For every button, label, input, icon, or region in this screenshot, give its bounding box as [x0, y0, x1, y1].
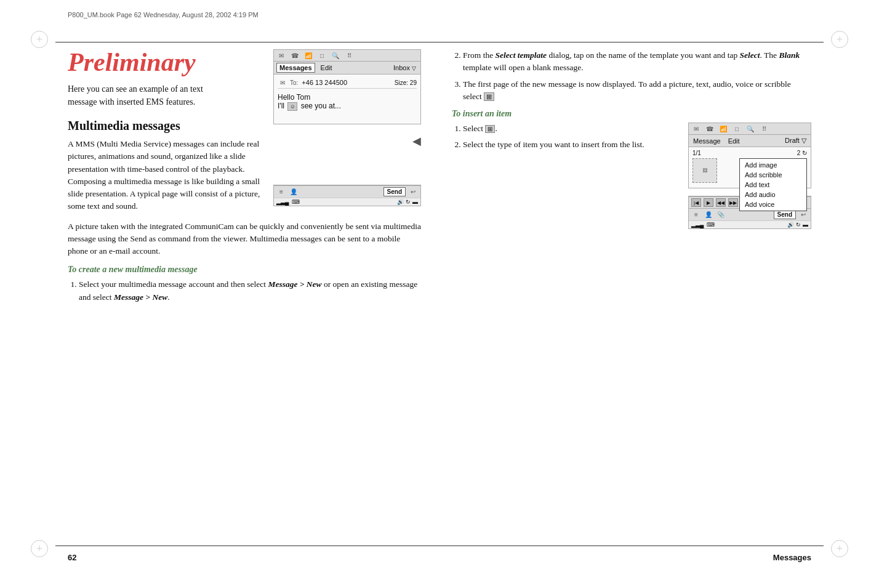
phone-icon: ☎	[290, 51, 300, 60]
undo-icon: ↩	[408, 188, 418, 196]
nav-next-icon[interactable]: ▶▶	[728, 198, 738, 207]
mms-bottom-phone: ≡ 👤 Send ↩ ▂▃▄ ⌨ 🔊 ↻ ▬	[273, 185, 421, 206]
battery-icon: ▬	[412, 199, 418, 205]
rotate-icon: ↻	[406, 199, 411, 205]
add-image-item[interactable]: Add image	[740, 160, 806, 170]
mms-status-bar: ▂▃▄ ⌨ 🔊 ↻ ▬	[689, 220, 811, 228]
insert-steps: Select ⊞. Select the type of item you wa…	[452, 123, 644, 151]
insert-steps-text: Select ⊞. Select the type of item you wa…	[452, 123, 644, 229]
size-label: Size: 29	[395, 79, 417, 86]
refresh-icon: ↻	[802, 150, 807, 156]
mms-rotate-icon: ↻	[796, 222, 801, 228]
edit-label: Edit	[319, 63, 334, 72]
left-text-block: Preliminary Here you can see an example …	[68, 49, 421, 220]
mms-image-placeholder: 🖼	[692, 158, 717, 183]
mms-calendar-icon: □	[732, 124, 742, 133]
create-mms-heading: To create a new multimedia message	[68, 265, 421, 275]
footer-label: Messages	[773, 553, 811, 562]
send-button[interactable]: Send	[383, 187, 406, 196]
envelope-icon: ✉	[276, 51, 286, 60]
mms-body-text-2: A picture taken with the integrated Comm…	[68, 220, 421, 258]
left-text-content: Preliminary Here you can see an example …	[68, 49, 262, 220]
to-label: To:	[290, 79, 298, 86]
sms-to-row: ✉ To: +46 13 244500 Size: 29	[278, 77, 417, 89]
bottom-divider	[55, 546, 824, 546]
main-content: Preliminary Here you can see an example …	[68, 49, 811, 539]
mms-phone-icon: ☎	[705, 124, 715, 133]
sms-message-text: Hello Tom I'll ☺ see you at...	[278, 91, 417, 113]
mms-signal-icon: 📶	[718, 124, 728, 133]
mms-undo-icon: ↩	[798, 211, 808, 219]
step-2: From the Select template dialog, tap on …	[463, 49, 811, 75]
inbox-arrow-icon: ▽	[412, 65, 416, 71]
mms-phone-right-wrapper: ✉ ☎ 📶 □ 🔍 ⠿ Message Edit Draft ▽	[688, 123, 811, 229]
signal-bars-icon: ▂▃▄	[276, 199, 289, 205]
sms-phone-ui: ✉ ☎ 📶 □ 🔍 ⠿ Messages Edit Inbox ▽	[273, 49, 421, 124]
top-divider	[55, 42, 824, 42]
mms-phone-body: 1/1 2 ↻ 🖼 Add image Add scribble	[689, 147, 811, 188]
mms-envelope-icon: ✉	[691, 124, 701, 133]
add-text-item[interactable]: Add text	[740, 180, 806, 190]
smiley-icon: ☺	[287, 102, 297, 111]
reg-mark-bl	[31, 540, 48, 557]
mms-signal-bars-icon: ▂▃▄	[691, 222, 704, 228]
calendar-icon: □	[317, 51, 327, 60]
right-steps: From the Select template dialog, tap on …	[452, 49, 811, 103]
image-placeholder-icon: 🖼	[702, 168, 707, 174]
create-mms-steps: Select your multimedia message account a…	[68, 278, 421, 304]
mms-keyboard-icon: ⌨	[707, 222, 715, 228]
mms-message-label: Message	[691, 137, 723, 145]
add-audio-item[interactable]: Add audio	[740, 190, 806, 199]
sms-phone-wrapper: ✉ ☎ 📶 □ 🔍 ⠿ Messages Edit Inbox ▽	[273, 49, 421, 220]
search-icon: 🔍	[331, 51, 340, 60]
nav-first-icon[interactable]: |◀	[691, 198, 701, 207]
reg-mark-tl	[31, 31, 48, 48]
nav-play-icon[interactable]: ▶	[704, 198, 713, 207]
volume-icon: 🔊	[397, 199, 404, 205]
page-header: P800_UM.book Page 62 Wednesday, August 2…	[68, 11, 259, 18]
list-icon: ≡	[276, 188, 286, 196]
keyboard-icon: ⌨	[292, 199, 300, 205]
mms-grid-icon: ⠿	[759, 124, 769, 133]
sms-phone-body: ✉ To: +46 13 244500 Size: 29 Hello Tom I…	[274, 75, 420, 124]
draft-arrow-icon: ▽	[801, 137, 806, 144]
arrow-indicator: ◀	[273, 134, 421, 148]
mms-battery-icon: ▬	[803, 222, 808, 228]
mms-volume-icon: 🔊	[787, 222, 794, 228]
mms-person-icon: 👤	[704, 211, 713, 219]
insert-step-1: Select ⊞.	[463, 123, 644, 135]
mms-edit-label: Edit	[726, 137, 742, 145]
grid-icon: ⠿	[344, 51, 354, 60]
insert-step-2: Select the type of item you want to inse…	[463, 139, 644, 151]
mms-search-icon: 🔍	[745, 124, 755, 133]
mms-list-icon: ≡	[691, 211, 701, 219]
mms-toolbar-labels: Message Edit Draft ▽	[689, 135, 811, 147]
mms-body-text-1: A MMS (Multi Media Service) messages can…	[68, 138, 262, 213]
page-title: Preliminary	[68, 49, 262, 75]
right-column: From the Select template dialog, tap on …	[440, 49, 811, 539]
messages-label: Messages	[276, 63, 315, 73]
right-phones-area: Select ⊞. Select the type of item you wa…	[452, 123, 811, 229]
nav-prev-icon[interactable]: ◀◀	[716, 198, 726, 207]
inbox-label: Inbox ▽	[391, 63, 418, 72]
mms-phone-right: ✉ ☎ 📶 □ 🔍 ⠿ Message Edit Draft ▽	[688, 123, 811, 188]
multimedia-heading: Multimedia messages	[68, 118, 262, 133]
intro-text: Here you can see an example of an text m…	[68, 83, 203, 108]
left-column: Preliminary Here you can see an example …	[68, 49, 440, 539]
mms-attach-icon: 📎	[716, 211, 726, 219]
mms-page-info: 1/1 2 ↻	[692, 150, 807, 156]
sms-toolbar-labels: Messages Edit Inbox ▽	[274, 62, 420, 75]
insert-item-heading: To insert an item	[452, 109, 811, 119]
mms-dropdown-menu: Add image Add scribble Add text Add audi…	[739, 158, 807, 211]
mms-send-button[interactable]: Send	[774, 210, 796, 219]
mms-draft-label: Draft ▽	[783, 136, 808, 145]
sms-toolbar: ✉ ☎ 📶 □ 🔍 ⠿	[274, 50, 420, 62]
add-voice-item[interactable]: Add voice	[740, 199, 806, 209]
msg-icon: ✉	[278, 78, 287, 87]
person-icon: 👤	[289, 188, 299, 196]
mms-toolbar-top: ✉ ☎ 📶 □ 🔍 ⠿	[689, 123, 811, 135]
mms-bottom-bar: ≡ 👤 Send ↩	[274, 185, 420, 198]
reg-mark-tr	[831, 31, 848, 48]
step-3: The first page of the new message is now…	[463, 78, 811, 103]
add-scribble-item[interactable]: Add scribble	[740, 170, 806, 180]
